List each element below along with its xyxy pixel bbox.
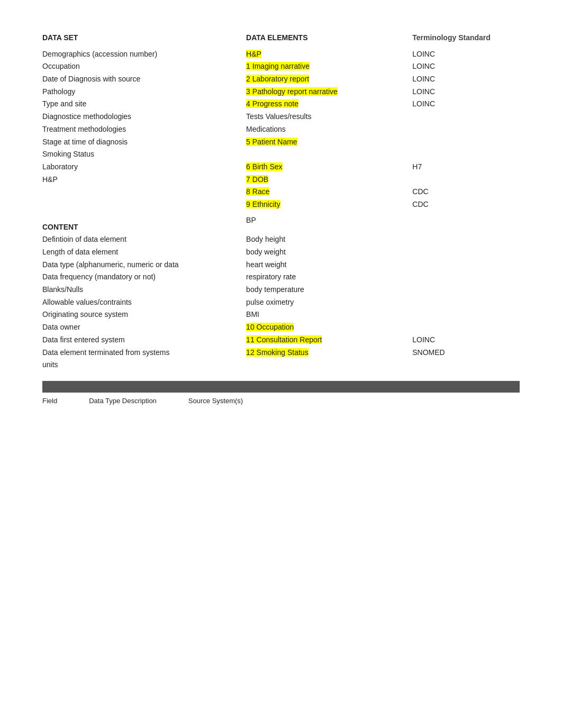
element-highlight: 1 Imaging narrative xyxy=(246,62,310,70)
element-cell: Tests Values/results xyxy=(246,111,412,123)
table-row: Stage at time of diagnosis 5 Patient Nam… xyxy=(42,136,520,149)
terminology-cell: CDC xyxy=(412,186,520,198)
main-table: DATA SET DATA ELEMENTS Terminology Stand… xyxy=(42,32,520,371)
element-highlight: 4 Progress note xyxy=(246,99,298,108)
element-highlight: 10 Occupation xyxy=(246,323,294,331)
terminology-header: Terminology Standard xyxy=(412,32,520,48)
dataset-cell: Pathology xyxy=(42,86,246,98)
element-cell: 1 Imaging narrative xyxy=(246,60,412,73)
table-row: Demographics (accession number) H&P LOIN… xyxy=(42,48,520,61)
element-cell xyxy=(246,359,412,371)
terminology-cell xyxy=(412,233,520,246)
footer-field-label: Field xyxy=(42,397,57,405)
table-row: Length of data element body weight xyxy=(42,246,520,259)
element-cell: body temperature xyxy=(246,284,412,296)
content-title: CONTENT xyxy=(42,214,246,234)
terminology-cell xyxy=(412,308,520,321)
dataset-cell: Diagnostice methodologies xyxy=(42,111,246,123)
table-row: Defintioin of data element Body height xyxy=(42,233,520,246)
element-cell xyxy=(246,148,412,161)
table-row: Allowable values/contraints pulse oximet… xyxy=(42,296,520,309)
dataset-cell: H&P xyxy=(42,174,246,186)
terminology-cell xyxy=(412,214,520,234)
terminology-cell xyxy=(412,148,520,161)
element-highlight: 5 Patient Name xyxy=(246,138,297,146)
terminology-cell xyxy=(412,359,520,371)
element-highlight: 3 Pathology report narrative xyxy=(246,87,338,96)
header-row: DATA SET DATA ELEMENTS Terminology Stand… xyxy=(42,32,520,48)
terminology-cell: LOINC xyxy=(412,86,520,98)
terminology-cell xyxy=(412,271,520,284)
table-row: Data frequency (mandatory or not) respir… xyxy=(42,271,520,284)
table-row: Date of Diagnosis with source 2 Laborato… xyxy=(42,73,520,86)
dataset-cell: Blanks/Nulls xyxy=(42,284,246,296)
table-row: Data first entered system 11 Consultatio… xyxy=(42,334,520,347)
element-highlight: 7 DOB xyxy=(246,175,268,184)
terminology-cell xyxy=(412,296,520,309)
element-highlight: H&P xyxy=(246,50,261,58)
terminology-cell: SNOMED xyxy=(412,347,520,359)
element-cell: Medications xyxy=(246,123,412,136)
element-highlight: 8 Race xyxy=(246,187,269,196)
terminology-cell xyxy=(412,284,520,296)
dataset-cell: Allowable values/contraints xyxy=(42,296,246,309)
terminology-cell xyxy=(412,259,520,271)
dataset-cell: Length of data element xyxy=(42,246,246,259)
element-cell: 8 Race xyxy=(246,186,412,198)
table-row: Diagnostice methodologies Tests Values/r… xyxy=(42,111,520,123)
terminology-cell xyxy=(412,111,520,123)
terminology-cell xyxy=(412,174,520,186)
terminology-cell: LOINC xyxy=(412,334,520,347)
table-row: H&P 7 DOB xyxy=(42,174,520,186)
terminology-cell: LOINC xyxy=(412,60,520,73)
table-row: Smoking Status xyxy=(42,148,520,161)
table-row: 9 Ethnicity CDC xyxy=(42,198,520,211)
dataset-cell: Demographics (accession number) xyxy=(42,48,246,61)
terminology-cell: LOINC xyxy=(412,73,520,86)
table-row: Blanks/Nulls body temperature xyxy=(42,284,520,296)
terminology-cell xyxy=(412,123,520,136)
element-cell: 3 Pathology report narrative xyxy=(246,86,412,98)
element-cell: Body height xyxy=(246,233,412,246)
dataset-cell: Stage at time of diagnosis xyxy=(42,136,246,149)
element-highlight: 11 Consultation Report xyxy=(246,335,322,344)
element-highlight: 9 Ethnicity xyxy=(246,200,280,208)
content-header-row: CONTENT BP xyxy=(42,214,520,234)
element-cell: respiratory rate xyxy=(246,271,412,284)
element-cell: pulse oximetry xyxy=(246,296,412,309)
terminology-cell: H7 xyxy=(412,161,520,174)
table-row: Pathology 3 Pathology report narrative L… xyxy=(42,86,520,98)
footer-source-label: Source System(s) xyxy=(188,397,243,405)
table-row: Treatment methodologies Medications xyxy=(42,123,520,136)
table-row: Laboratory 6 Birth Sex H7 xyxy=(42,161,520,174)
terminology-cell xyxy=(412,246,520,259)
table-row: Data owner 10 Occupation xyxy=(42,321,520,334)
table-row: Type and site 4 Progress note LOINC xyxy=(42,98,520,111)
elements-header: DATA ELEMENTS xyxy=(246,32,412,48)
dataset-cell xyxy=(42,198,246,211)
dataset-cell: Data first entered system xyxy=(42,334,246,347)
element-cell: 12 Smoking Status xyxy=(246,347,412,359)
table-row: Occupation 1 Imaging narrative LOINC xyxy=(42,60,520,73)
terminology-cell: LOINC xyxy=(412,98,520,111)
element-cell: 11 Consultation Report xyxy=(246,334,412,347)
dataset-cell: Data frequency (mandatory or not) xyxy=(42,271,246,284)
element-cell: heart weight xyxy=(246,259,412,271)
element-cell: 9 Ethnicity xyxy=(246,198,412,211)
element-cell: BP xyxy=(246,214,412,234)
dataset-cell xyxy=(42,186,246,198)
table-row: 8 Race CDC xyxy=(42,186,520,198)
footer-bar xyxy=(42,381,520,393)
terminology-cell xyxy=(412,321,520,334)
dataset-cell: Occupation xyxy=(42,60,246,73)
dataset-cell: Data owner xyxy=(42,321,246,334)
footer-fields: Field Data Type Description Source Syste… xyxy=(42,393,520,405)
page: DATA SET DATA ELEMENTS Terminology Stand… xyxy=(0,0,562,436)
element-cell: 6 Birth Sex xyxy=(246,161,412,174)
dataset-cell: Data element terminated from systems xyxy=(42,347,246,359)
table-row: units xyxy=(42,359,520,371)
element-highlight: 6 Birth Sex xyxy=(246,162,283,171)
dataset-cell: Type and site xyxy=(42,98,246,111)
table-row: Data type (alphanumeric, numeric or data… xyxy=(42,259,520,271)
terminology-cell: LOINC xyxy=(412,48,520,61)
